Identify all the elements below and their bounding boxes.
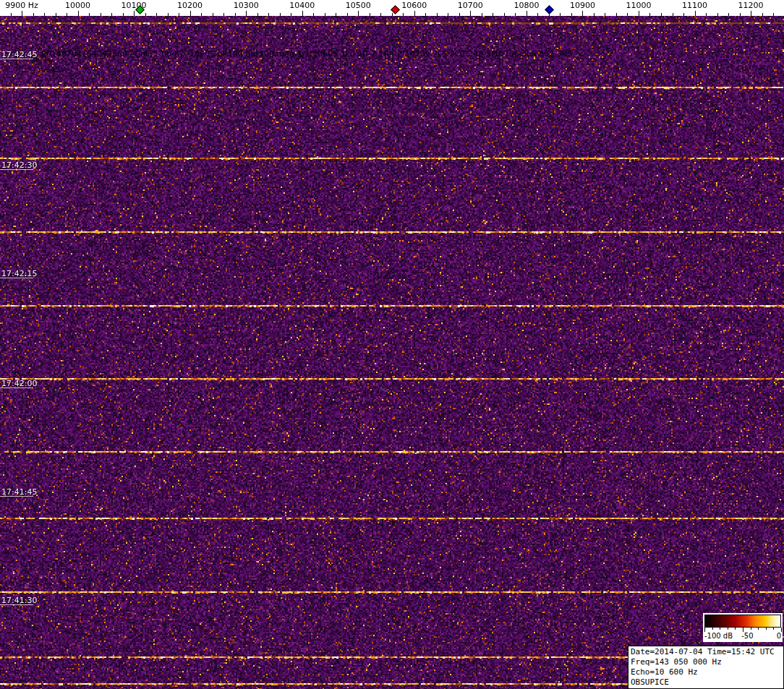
freq-minor-tick <box>504 13 505 16</box>
legend-tick <box>781 628 782 632</box>
freq-minor-tick <box>201 13 202 16</box>
legend-tick <box>720 628 720 630</box>
freq-major-tick <box>190 11 191 16</box>
freq-minor-tick <box>179 13 179 16</box>
legend-tick <box>735 628 736 630</box>
legend-tick <box>773 628 774 630</box>
legend-tick <box>758 628 759 630</box>
freq-minor-tick <box>313 13 314 16</box>
info-echo-line: Echo=10 600 Hz <box>631 667 781 677</box>
info-freq-line: Freq=143 050 000 Hz <box>631 657 781 667</box>
freq-minor-tick <box>594 13 595 16</box>
freq-minor-tick <box>235 13 236 16</box>
freq-major-tick <box>639 11 639 16</box>
freq-tick-label: 10200 <box>177 1 203 10</box>
freq-tick-label: 10700 <box>458 1 483 10</box>
time-tick-line <box>0 169 33 170</box>
freq-tick-label: 11100 <box>682 1 707 10</box>
spectrogram-screen: 9900 Hz100001010010200103001040010500106… <box>0 0 784 689</box>
freq-minor-tick <box>661 13 662 16</box>
freq-tick-label: 10900 <box>570 1 595 10</box>
legend-tick <box>766 628 767 630</box>
color-gradient-bar <box>704 615 781 628</box>
info-station-line: OBSUPICE <box>631 677 781 688</box>
freq-major-tick <box>78 11 79 16</box>
freq-minor-tick <box>728 13 729 16</box>
time-tick-line <box>0 59 33 59</box>
freq-minor-tick <box>616 13 617 16</box>
freq-major-tick <box>358 11 359 16</box>
freq-major-tick <box>22 11 22 16</box>
freq-minor-tick <box>156 13 157 16</box>
freq-tick-label: 10800 <box>514 1 539 10</box>
freq-minor-tick <box>280 13 281 16</box>
freq-major-tick <box>302 11 303 16</box>
freq-minor-tick <box>740 13 741 16</box>
freq-major-tick <box>246 11 247 16</box>
freq-minor-tick <box>762 13 763 16</box>
freq-major-tick <box>751 11 751 16</box>
freq-major-tick <box>582 11 583 16</box>
event-annotation: 20140704154243380 hCnt31 nb-87 f10605 hi… <box>41 49 573 59</box>
legend-label-row: -100 dB -50 0 <box>704 632 781 641</box>
freq-minor-tick <box>123 13 124 16</box>
time-tick-line <box>0 278 33 278</box>
freq-minor-tick <box>213 13 213 16</box>
freq-minor-tick <box>268 13 269 16</box>
freq-minor-tick <box>11 13 12 16</box>
freq-minor-tick <box>773 13 774 16</box>
freq-major-tick <box>470 11 471 16</box>
freq-minor-tick <box>111 13 112 16</box>
spectrogram-canvas[interactable] <box>0 16 784 689</box>
event-note: ^t+43 <box>34 65 61 74</box>
freq-minor-tick <box>168 13 169 16</box>
freq-tick-label: 10600 <box>401 1 427 10</box>
legend-max-label: 0 <box>777 632 781 640</box>
freq-tick-label: 11000 <box>626 1 651 10</box>
freq-tick-label: 10000 <box>65 1 90 10</box>
legend-tick <box>751 628 751 630</box>
freq-minor-tick <box>33 13 34 16</box>
marker-blue-diamond[interactable] <box>545 5 554 14</box>
color-scale-legend: -100 dB -50 0 <box>703 613 783 642</box>
freq-minor-tick <box>44 13 45 16</box>
legend-mid-label: -50 <box>741 632 753 640</box>
freq-minor-tick <box>347 13 348 16</box>
freq-minor-tick <box>627 13 628 16</box>
freq-major-tick <box>527 11 527 16</box>
freq-major-tick <box>134 11 135 16</box>
freq-tick-label: 11200 <box>738 1 764 10</box>
freq-minor-tick <box>605 13 605 16</box>
freq-major-tick <box>695 11 696 16</box>
freq-minor-tick <box>448 13 448 16</box>
freq-minor-tick <box>325 13 325 16</box>
freq-minor-tick <box>515 13 516 16</box>
freq-minor-tick <box>403 13 404 16</box>
time-tick-line <box>0 496 33 497</box>
freq-minor-tick <box>223 13 224 16</box>
freq-minor-tick <box>482 13 482 16</box>
freq-minor-tick <box>425 13 426 16</box>
freq-minor-tick <box>101 13 101 16</box>
freq-minor-tick <box>571 13 572 16</box>
frequency-ruler: 9900 Hz100001010010200103001040010500106… <box>0 0 784 16</box>
freq-minor-tick <box>380 13 381 16</box>
freq-minor-tick <box>437 13 438 16</box>
freq-major-tick <box>414 11 415 16</box>
freq-tick-label: 10500 <box>346 1 371 10</box>
freq-tick-label: 10300 <box>234 1 259 10</box>
freq-minor-tick <box>392 13 393 16</box>
freq-minor-tick <box>649 13 650 16</box>
freq-minor-tick <box>336 13 336 16</box>
freq-tick-label: 9900 Hz <box>5 1 38 10</box>
freq-minor-tick <box>370 13 370 16</box>
freq-minor-tick <box>537 13 538 16</box>
legend-tick <box>728 628 728 630</box>
info-date-line: Date=2014-07-04 Time=15:42 UTC <box>631 647 781 657</box>
freq-minor-tick <box>459 13 460 16</box>
freq-minor-tick <box>67 13 67 16</box>
station-info-box: Date=2014-07-04 Time=15:42 UTC Freq=143 … <box>628 646 784 689</box>
freq-tick-label: 10400 <box>289 1 315 10</box>
freq-minor-tick <box>717 13 718 16</box>
freq-minor-tick <box>291 13 291 16</box>
